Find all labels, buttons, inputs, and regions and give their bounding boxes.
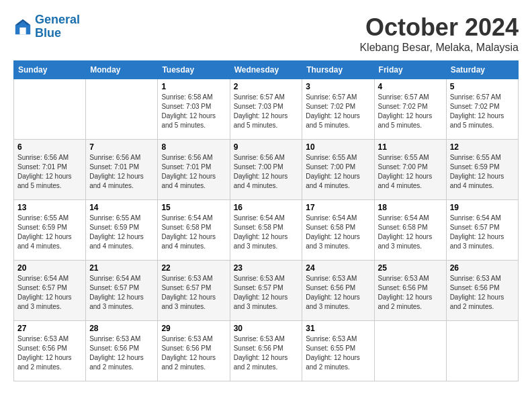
day-info: Sunrise: 6:53 AM Sunset: 6:57 PM Dayligh…	[234, 274, 299, 312]
day-info: Sunrise: 6:54 AM Sunset: 6:58 PM Dayligh…	[234, 214, 299, 251]
day-cell	[374, 321, 446, 381]
day-cell	[86, 79, 158, 140]
day-info: Sunrise: 6:55 AM Sunset: 7:00 PM Dayligh…	[306, 153, 370, 191]
day-number: 4	[378, 82, 443, 91]
day-cell: 30Sunrise: 6:53 AM Sunset: 6:56 PM Dayli…	[230, 321, 302, 381]
day-number: 14	[89, 203, 154, 212]
day-number: 11	[378, 142, 443, 152]
day-info: Sunrise: 6:55 AM Sunset: 7:00 PM Dayligh…	[378, 153, 443, 191]
header-row: SundayMondayTuesdayWednesdayThursdayFrid…	[14, 61, 519, 79]
day-number: 27	[17, 324, 82, 333]
day-cell: 27Sunrise: 6:53 AM Sunset: 6:56 PM Dayli…	[14, 321, 86, 381]
calendar-table: SundayMondayTuesdayWednesdayThursdayFrid…	[13, 60, 519, 381]
day-info: Sunrise: 6:54 AM Sunset: 6:58 PM Dayligh…	[378, 214, 443, 251]
day-number: 23	[234, 263, 299, 273]
logo-line2: Blue	[35, 26, 61, 40]
day-cell: 13Sunrise: 6:55 AM Sunset: 6:59 PM Dayli…	[14, 200, 86, 261]
day-info: Sunrise: 6:53 AM Sunset: 6:56 PM Dayligh…	[450, 274, 515, 312]
header-cell-monday: Monday	[86, 61, 158, 79]
day-info: Sunrise: 6:56 AM Sunset: 7:01 PM Dayligh…	[89, 153, 154, 191]
day-number: 8	[161, 142, 226, 152]
day-cell: 18Sunrise: 6:54 AM Sunset: 6:58 PM Dayli…	[374, 200, 446, 261]
logo-icon	[13, 17, 32, 36]
day-cell: 1Sunrise: 6:58 AM Sunset: 7:03 PM Daylig…	[158, 79, 230, 140]
day-cell: 26Sunrise: 6:53 AM Sunset: 6:56 PM Dayli…	[446, 261, 518, 321]
day-info: Sunrise: 6:56 AM Sunset: 7:00 PM Dayligh…	[234, 153, 299, 191]
day-number: 1	[161, 82, 226, 91]
day-cell: 25Sunrise: 6:53 AM Sunset: 6:56 PM Dayli…	[374, 261, 446, 321]
day-number: 20	[17, 263, 82, 273]
day-info: Sunrise: 6:54 AM Sunset: 6:57 PM Dayligh…	[17, 274, 82, 312]
day-info: Sunrise: 6:55 AM Sunset: 6:59 PM Dayligh…	[450, 153, 515, 191]
day-info: Sunrise: 6:53 AM Sunset: 6:56 PM Dayligh…	[378, 274, 443, 312]
day-number: 17	[306, 203, 370, 212]
day-number: 5	[450, 82, 515, 91]
day-cell: 24Sunrise: 6:53 AM Sunset: 6:56 PM Dayli…	[302, 261, 374, 321]
day-info: Sunrise: 6:53 AM Sunset: 6:56 PM Dayligh…	[161, 334, 226, 372]
logo-text: General Blue	[35, 13, 80, 40]
day-number: 24	[306, 263, 370, 273]
day-info: Sunrise: 6:57 AM Sunset: 7:02 PM Dayligh…	[450, 93, 515, 130]
day-info: Sunrise: 6:54 AM Sunset: 6:58 PM Dayligh…	[161, 214, 226, 251]
day-number: 22	[161, 263, 226, 273]
day-cell: 16Sunrise: 6:54 AM Sunset: 6:58 PM Dayli…	[230, 200, 302, 261]
title-block: October 2024 Klebang Besar, Melaka, Mala…	[359, 13, 519, 54]
day-cell: 3Sunrise: 6:57 AM Sunset: 7:02 PM Daylig…	[302, 79, 374, 140]
day-number: 21	[89, 263, 154, 273]
day-info: Sunrise: 6:55 AM Sunset: 6:59 PM Dayligh…	[89, 214, 154, 251]
week-row-4: 20Sunrise: 6:54 AM Sunset: 6:57 PM Dayli…	[14, 261, 519, 321]
day-info: Sunrise: 6:54 AM Sunset: 6:57 PM Dayligh…	[450, 214, 515, 251]
day-info: Sunrise: 6:54 AM Sunset: 6:57 PM Dayligh…	[89, 274, 154, 312]
header-cell-sunday: Sunday	[14, 61, 86, 79]
header-cell-wednesday: Wednesday	[230, 61, 302, 79]
day-number: 31	[306, 324, 370, 333]
day-cell: 31Sunrise: 6:53 AM Sunset: 6:55 PM Dayli…	[302, 321, 374, 381]
day-info: Sunrise: 6:54 AM Sunset: 6:58 PM Dayligh…	[306, 214, 370, 251]
day-cell: 22Sunrise: 6:53 AM Sunset: 6:57 PM Dayli…	[158, 261, 230, 321]
day-cell	[446, 321, 518, 381]
day-number: 25	[378, 263, 443, 273]
day-info: Sunrise: 6:57 AM Sunset: 7:02 PM Dayligh…	[378, 93, 443, 130]
day-number: 29	[161, 324, 226, 333]
day-info: Sunrise: 6:57 AM Sunset: 7:03 PM Dayligh…	[234, 93, 299, 130]
week-row-2: 6Sunrise: 6:56 AM Sunset: 7:01 PM Daylig…	[14, 140, 519, 200]
day-cell: 9Sunrise: 6:56 AM Sunset: 7:00 PM Daylig…	[230, 140, 302, 200]
day-info: Sunrise: 6:55 AM Sunset: 6:59 PM Dayligh…	[17, 214, 82, 251]
day-info: Sunrise: 6:56 AM Sunset: 7:01 PM Dayligh…	[17, 153, 82, 191]
day-cell: 15Sunrise: 6:54 AM Sunset: 6:58 PM Dayli…	[158, 200, 230, 261]
day-number: 18	[378, 203, 443, 212]
day-cell: 10Sunrise: 6:55 AM Sunset: 7:00 PM Dayli…	[302, 140, 374, 200]
day-number: 26	[450, 263, 515, 273]
day-number: 6	[17, 142, 82, 152]
day-cell: 6Sunrise: 6:56 AM Sunset: 7:01 PM Daylig…	[14, 140, 86, 200]
month-title: October 2024	[359, 13, 519, 42]
day-info: Sunrise: 6:53 AM Sunset: 6:56 PM Dayligh…	[234, 334, 299, 372]
day-cell: 28Sunrise: 6:53 AM Sunset: 6:56 PM Dayli…	[86, 321, 158, 381]
day-number: 28	[89, 324, 154, 333]
day-number: 15	[161, 203, 226, 212]
day-cell: 20Sunrise: 6:54 AM Sunset: 6:57 PM Dayli…	[14, 261, 86, 321]
day-number: 7	[89, 142, 154, 152]
day-cell: 5Sunrise: 6:57 AM Sunset: 7:02 PM Daylig…	[446, 79, 518, 140]
day-cell: 23Sunrise: 6:53 AM Sunset: 6:57 PM Dayli…	[230, 261, 302, 321]
week-row-1: 1Sunrise: 6:58 AM Sunset: 7:03 PM Daylig…	[14, 79, 519, 140]
day-number: 10	[306, 142, 370, 152]
day-number: 30	[234, 324, 299, 333]
day-number: 3	[306, 82, 370, 91]
day-cell: 17Sunrise: 6:54 AM Sunset: 6:58 PM Dayli…	[302, 200, 374, 261]
logo-line1: General	[35, 13, 80, 26]
day-info: Sunrise: 6:53 AM Sunset: 6:56 PM Dayligh…	[17, 334, 82, 372]
day-info: Sunrise: 6:56 AM Sunset: 7:01 PM Dayligh…	[161, 153, 226, 191]
day-cell	[14, 79, 86, 140]
day-info: Sunrise: 6:53 AM Sunset: 6:55 PM Dayligh…	[306, 334, 370, 372]
logo: General Blue	[13, 13, 80, 40]
page-header: General Blue October 2024 Klebang Besar,…	[13, 13, 519, 54]
day-cell: 21Sunrise: 6:54 AM Sunset: 6:57 PM Dayli…	[86, 261, 158, 321]
day-info: Sunrise: 6:53 AM Sunset: 6:57 PM Dayligh…	[161, 274, 226, 312]
day-cell: 11Sunrise: 6:55 AM Sunset: 7:00 PM Dayli…	[374, 140, 446, 200]
svg-rect-2	[19, 28, 26, 34]
day-cell: 14Sunrise: 6:55 AM Sunset: 6:59 PM Dayli…	[86, 200, 158, 261]
header-cell-thursday: Thursday	[302, 61, 374, 79]
day-info: Sunrise: 6:53 AM Sunset: 6:56 PM Dayligh…	[89, 334, 154, 372]
day-cell: 8Sunrise: 6:56 AM Sunset: 7:01 PM Daylig…	[158, 140, 230, 200]
